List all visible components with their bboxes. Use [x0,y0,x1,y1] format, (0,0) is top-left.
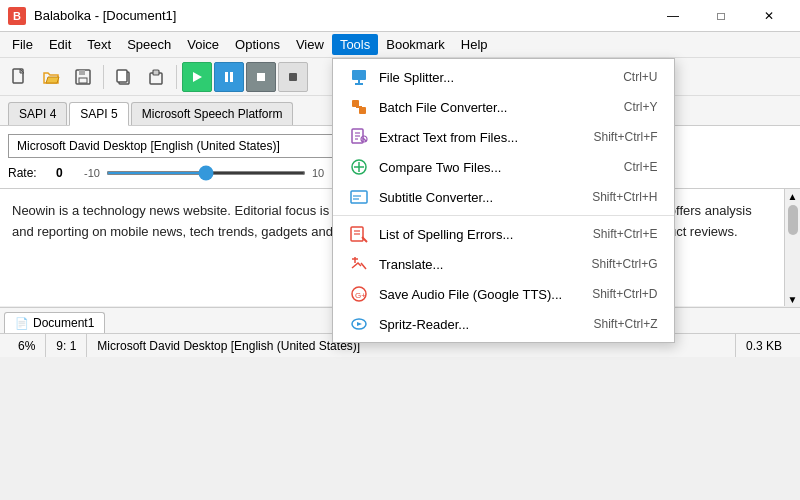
svg-rect-4 [359,107,366,114]
svg-rect-27 [153,70,159,75]
svg-rect-3 [352,100,359,107]
subtitle-converter-icon [349,187,369,207]
rate-slider-container: -10 10 -10 [84,167,362,179]
compare-files-shortcut: Ctrl+E [604,160,658,174]
file-splitter-label: File Splitter... [379,70,593,85]
save-audio-google-icon: G+ [349,284,369,304]
menu-item-spelling-errors[interactable]: List of Spelling Errors... Shift+Ctrl+E [333,219,674,249]
voice-status: Microsoft David Desktop [English (United… [97,339,360,353]
file-splitter-icon [349,67,369,87]
batch-converter-icon [349,97,369,117]
subtitle-converter-shortcut: Shift+Ctrl+H [572,190,657,204]
compare-files-label: Compare Two Files... [379,160,594,175]
menu-separator-1 [333,215,674,216]
file-size: 0.3 KB [746,339,782,353]
app-icon: B [8,7,26,25]
status-position: 9: 1 [46,334,87,357]
svg-rect-11 [351,191,367,203]
new-file-button[interactable] [4,62,34,92]
menu-file[interactable]: File [4,34,41,55]
translate-shortcut: Shift+Ctrl+G [572,257,658,271]
spritz-reader-label: Spritz-Reader... [379,317,564,332]
title-bar-left: B Balabolka - [Document1] [8,7,176,25]
record-button[interactable] [278,62,308,92]
svg-rect-22 [79,70,85,75]
rate-slider[interactable] [106,171,306,175]
sapi4-tab[interactable]: SAPI 4 [8,102,67,125]
svg-text:G+: G+ [355,291,366,300]
menu-bar-wrapper: File Edit Text Speech Voice Options View… [0,32,800,58]
window-title: Balabolka - [Document1] [34,8,176,23]
scroll-down-arrow[interactable]: ▼ [786,292,800,306]
rate-max-label: 10 [312,167,324,179]
minimize-button[interactable]: — [650,1,696,31]
spelling-errors-icon [349,224,369,244]
svg-rect-23 [79,78,87,83]
rate-min-label: -10 [84,167,100,179]
menu-item-batch-converter[interactable]: Batch File Converter... Ctrl+Y [333,92,674,122]
spelling-errors-shortcut: Shift+Ctrl+E [573,227,658,241]
menu-bookmark[interactable]: Bookmark [378,34,453,55]
status-size: 0.3 KB [736,334,792,357]
menu-item-extract-text[interactable]: Extract Text from Files... Shift+Ctrl+F [333,122,674,152]
document-tab-label: Document1 [33,316,94,330]
extract-text-icon [349,127,369,147]
spritz-reader-icon [349,314,369,334]
scroll-bar[interactable]: ▲ ▼ [784,189,800,306]
compare-files-icon [349,157,369,177]
svg-rect-29 [230,72,233,82]
spelling-errors-label: List of Spelling Errors... [379,227,563,242]
window-controls: — □ ✕ [650,1,792,31]
maximize-button[interactable]: □ [698,1,744,31]
translate-label: Translate... [379,257,562,272]
stop-button[interactable] [246,62,276,92]
menu-item-spritz-reader[interactable]: Spritz-Reader... Shift+Ctrl+Z [333,309,674,339]
rate-label: Rate: [8,166,48,180]
toolbar-separator-1 [103,65,104,89]
save-button[interactable] [68,62,98,92]
menu-item-translate[interactable]: Translate... Shift+Ctrl+G [333,249,674,279]
rate-value: 0 [56,166,76,180]
file-splitter-shortcut: Ctrl+U [603,70,657,84]
menu-tools[interactable]: Tools [332,34,378,55]
menu-voice[interactable]: Voice [179,34,227,55]
play-button[interactable] [182,62,212,92]
sapi5-tab[interactable]: SAPI 5 [69,102,128,126]
menu-item-subtitle-converter[interactable]: Subtitle Converter... Shift+Ctrl+H [333,182,674,212]
menu-item-save-audio-google[interactable]: G+ Save Audio File (Google TTS)... Shift… [333,279,674,309]
save-audio-google-label: Save Audio File (Google TTS)... [379,287,562,302]
svg-rect-30 [257,73,265,81]
pause-button[interactable] [214,62,244,92]
scroll-thumb-bar[interactable] [788,205,798,235]
menu-speech[interactable]: Speech [119,34,179,55]
menu-item-compare-files[interactable]: Compare Two Files... Ctrl+E [333,152,674,182]
menu-view[interactable]: View [288,34,332,55]
menu-options[interactable]: Options [227,34,288,55]
ms-speech-platform-tab[interactable]: Microsoft Speech Platform [131,102,294,125]
batch-converter-shortcut: Ctrl+Y [604,100,658,114]
position-value: 9: 1 [56,339,76,353]
toolbar-separator-2 [176,65,177,89]
svg-rect-28 [225,72,228,82]
menu-item-file-splitter[interactable]: File Splitter... Ctrl+U [333,62,674,92]
status-zoom: 6% [8,334,46,357]
document-icon: 📄 [15,317,29,330]
svg-rect-0 [352,70,366,80]
scroll-up-arrow[interactable]: ▲ [786,189,800,203]
svg-rect-25 [117,70,127,82]
open-file-button[interactable] [36,62,66,92]
copy-button[interactable] [109,62,139,92]
menu-edit[interactable]: Edit [41,34,79,55]
paste-button[interactable] [141,62,171,92]
menu-text[interactable]: Text [79,34,119,55]
title-bar: B Balabolka - [Document1] — □ ✕ [0,0,800,32]
close-button[interactable]: ✕ [746,1,792,31]
menu-bar: File Edit Text Speech Voice Options View… [0,32,800,58]
subtitle-converter-label: Subtitle Converter... [379,190,562,205]
document1-tab[interactable]: 📄 Document1 [4,312,105,333]
batch-converter-label: Batch File Converter... [379,100,594,115]
menu-help[interactable]: Help [453,34,496,55]
translate-icon [349,254,369,274]
zoom-value: 6% [18,339,35,353]
extract-text-label: Extract Text from Files... [379,130,564,145]
